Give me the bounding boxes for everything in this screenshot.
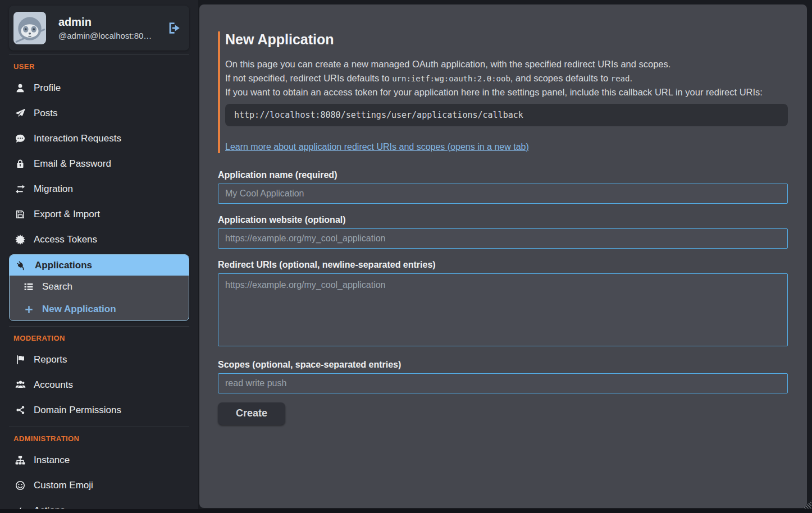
sidebar-item-label: Migration [34, 184, 73, 195]
application-website-label: Application website (optional) [218, 215, 788, 225]
user-icon [15, 83, 26, 93]
settings-sidebar: admin @admin@localhost:80… USER Profile … [0, 0, 198, 513]
section-label-moderation: MODERATION [13, 334, 189, 342]
sidebar-item-reports[interactable]: Reports [9, 347, 189, 372]
docs-text: On this page you can create a new manage… [225, 57, 788, 99]
sidebar-item-export-import[interactable]: Export & Import [9, 201, 189, 227]
sidebar-item-label: Interaction Requests [34, 133, 121, 144]
sidebar-item-label: Reports [34, 354, 67, 365]
user-card[interactable]: admin @admin@localhost:80… [9, 6, 189, 51]
docs-line-1: On this page you can create a new manage… [225, 57, 788, 71]
callback-url-code-block: http://localhost:8080/settings/user/appl… [225, 104, 788, 126]
sidebar-item-label: Access Tokens [34, 234, 97, 245]
sidebar-item-label: Applications [35, 260, 92, 271]
user-names: admin @admin@localhost:80… [58, 16, 152, 40]
sidebar-item-new-application[interactable]: New Application [10, 298, 189, 320]
exchange-arrows-icon [15, 184, 26, 194]
share-nodes-icon [15, 405, 26, 415]
divider [9, 427, 189, 427]
sidebar-item-custom-emoji[interactable]: Custom Emoji [9, 473, 189, 498]
sidebar-item-domain-permissions[interactable]: Domain Permissions [9, 397, 189, 423]
scopes-label: Scopes (optional, space-separated entrie… [218, 360, 788, 370]
plus-icon [23, 305, 34, 314]
users-icon [15, 379, 26, 390]
inline-code-read: read [611, 74, 630, 83]
application-website-input[interactable] [218, 228, 788, 249]
divider [9, 54, 189, 55]
page-title: New Application [225, 31, 788, 48]
redirect-uris-textarea[interactable] [218, 273, 788, 346]
sidebar-item-label: Email & Password [34, 158, 111, 170]
docs-line-2: If not specified, redirect URIs defaults… [225, 71, 788, 86]
sidebar-item-label: Export & Import [34, 209, 100, 220]
learn-more-link[interactable]: Learn more about application redirect UR… [225, 142, 529, 152]
section-label-administration: ADMINISTRATION [13, 434, 189, 443]
lock-icon [15, 159, 26, 169]
new-application-form: Application name (required) Application … [218, 170, 788, 425]
sidebar-item-posts[interactable]: Posts [9, 100, 189, 126]
sidebar-item-migration[interactable]: Migration [9, 176, 189, 201]
sidebar-item-label: Custom Emoji [34, 480, 93, 491]
sloth-avatar-image [13, 12, 46, 44]
scopes-input[interactable] [218, 373, 788, 393]
create-button[interactable]: Create [218, 402, 285, 425]
certificate-icon [15, 235, 26, 245]
sidebar-item-instance[interactable]: Instance [9, 447, 189, 473]
sidebar-item-label: Search [42, 281, 72, 292]
sidebar-item-label: Domain Permissions [34, 405, 121, 416]
sitemap-icon [15, 455, 26, 465]
divider [9, 326, 189, 327]
sidebar-item-applications[interactable]: Applications [10, 255, 189, 276]
sidebar-item-profile[interactable]: Profile [9, 75, 189, 100]
application-name-input[interactable] [218, 184, 788, 204]
applications-menu-block: Applications Search N [9, 254, 189, 321]
sidebar-item-label: Profile [34, 83, 61, 94]
docs-block: New Application On this page you can cre… [218, 31, 788, 153]
sidebar-item-access-tokens[interactable]: Access Tokens [9, 227, 189, 252]
sidebar-item-label: New Application [42, 304, 116, 315]
bottom-edge-strip [0, 509, 812, 513]
new-application-panel: New Application On this page you can cre… [199, 4, 807, 508]
list-icon [23, 282, 34, 292]
flag-icon [15, 355, 26, 365]
sidebar-item-label: Posts [34, 108, 58, 119]
sidebar-item-interaction-requests[interactable]: Interaction Requests [9, 126, 189, 151]
paper-plane-icon [15, 108, 26, 118]
redirect-uris-label: Redirect URIs (optional, newline-separat… [218, 260, 788, 270]
comment-dots-icon [15, 134, 26, 144]
sign-out-icon[interactable] [167, 21, 181, 35]
plug-icon [16, 260, 27, 271]
sidebar-item-email-password[interactable]: Email & Password [9, 151, 189, 176]
sidebar-item-label: Accounts [34, 379, 73, 391]
docs-line-3: If you want to obtain an access token fo… [225, 85, 788, 99]
user-handle: @admin@localhost:80… [58, 31, 152, 40]
inline-code-oob: urn:ietf:wg:oauth:2.0:oob [392, 74, 510, 83]
applications-submenu: Search New Application [10, 276, 189, 320]
floppy-disk-icon [15, 209, 26, 219]
application-name-label: Application name (required) [218, 170, 788, 180]
sidebar-item-accounts[interactable]: Accounts [9, 372, 189, 397]
section-label-user: USER [13, 62, 189, 71]
user-name: admin [58, 16, 152, 29]
sidebar-item-applications-search[interactable]: Search [10, 276, 189, 298]
smile-icon [15, 480, 26, 491]
avatar [13, 12, 46, 44]
sidebar-item-label: Instance [34, 455, 70, 466]
